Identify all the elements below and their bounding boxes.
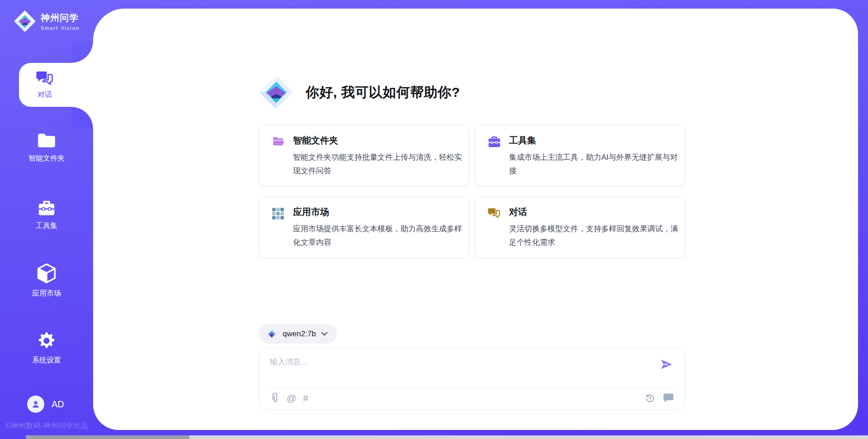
- avatar: [27, 396, 44, 413]
- sidebar-item-chat[interactable]: 对话: [19, 63, 94, 107]
- card-chat[interactable]: 对话 灵活切换多模型文件，支持多样回复效果调试，满足个性化需求: [475, 196, 685, 258]
- model-name: qwen2:7b: [283, 329, 316, 339]
- message-composer: @ #: [259, 348, 685, 410]
- briefcase-icon: [488, 134, 501, 178]
- briefcase-icon: [38, 200, 56, 216]
- card-title: 对话: [509, 206, 683, 218]
- greeting-title: 你好, 我可以如何帮助你?: [306, 83, 460, 102]
- sidebar-item-label: 智能文件夹: [28, 154, 65, 163]
- user-initials: AD: [52, 399, 64, 410]
- folder-icon: [37, 132, 57, 149]
- topic-icon[interactable]: #: [303, 393, 308, 404]
- card-title: 智能文件夹: [293, 134, 467, 147]
- card-description: 智能文件夹功能支持批量文件上传与清洗，轻松实现文件问答: [293, 151, 467, 178]
- card-title: 应用市场: [293, 206, 467, 218]
- sidebar: 神州问学 Smart Vision 对话 智能文件夹: [0, 0, 93, 439]
- grid-icon: [272, 206, 285, 249]
- horizontal-scrollbar[interactable]: [26, 435, 868, 439]
- card-title: 工具集: [509, 134, 683, 147]
- sidebar-item-smart-folder[interactable]: 智能文件夹: [0, 132, 93, 163]
- send-icon[interactable]: [660, 358, 673, 371]
- app-logo: 神州问学 Smart Vision: [14, 10, 80, 33]
- mention-icon[interactable]: @: [287, 393, 296, 404]
- brand-subtitle: Smart Vision: [41, 25, 80, 31]
- footer-credit: ©神州数码·神州问学出品: [5, 421, 88, 431]
- sidebar-item-label: 应用市场: [32, 289, 61, 298]
- history-icon[interactable]: [645, 392, 656, 403]
- card-app-market[interactable]: 应用市场 应用市场提供丰富长文本模板，助力高效生成多样化文章内容: [259, 196, 469, 258]
- card-toolset[interactable]: 工具集 集成市场上主流工具，助力AI与外界无缝扩展与对接: [475, 125, 685, 186]
- card-smart-folder[interactable]: 智能文件夹 智能文件夹功能支持批量文件上传与清洗，轻松实现文件问答: [259, 125, 469, 186]
- feature-cards: 智能文件夹 智能文件夹功能支持批量文件上传与清洗，轻松实现文件问答 工具集 集成…: [259, 125, 685, 258]
- tab-fillet-top: [71, 41, 93, 63]
- scrollbar-thumb[interactable]: [26, 435, 189, 439]
- chat-bubbles-icon: [488, 206, 501, 249]
- tab-fillet-bottom: [71, 107, 93, 129]
- gear-icon: [37, 331, 57, 351]
- diamond-logo-icon: [266, 328, 278, 340]
- chat-filled-icon[interactable]: [663, 393, 674, 403]
- diamond-logo-icon: [259, 75, 294, 110]
- user-account[interactable]: AD: [27, 396, 64, 413]
- cube-icon: [37, 263, 56, 284]
- chevron-down-icon: [321, 332, 328, 336]
- card-description: 灵活切换多模型文件，支持多样回复效果调试，满足个性化需求: [509, 222, 683, 249]
- sidebar-item-toolset[interactable]: 工具集: [0, 200, 93, 231]
- folder-open-icon: [272, 134, 285, 178]
- sidebar-item-app-market[interactable]: 应用市场: [0, 263, 93, 298]
- sidebar-item-label: 对话: [38, 90, 52, 100]
- paperclip-icon[interactable]: [270, 392, 280, 404]
- diamond-logo-icon: [14, 10, 36, 33]
- chat-bubbles-icon: [36, 70, 54, 86]
- sidebar-item-label: 工具集: [36, 221, 57, 231]
- sidebar-item-settings[interactable]: 系统设置: [0, 331, 93, 365]
- model-selector[interactable]: qwen2:7b: [259, 324, 337, 344]
- brand-name: 神州问学: [41, 12, 80, 24]
- composer-divider: [267, 387, 677, 388]
- sidebar-item-label: 系统设置: [32, 356, 61, 365]
- greeting-block: 你好, 我可以如何帮助你?: [259, 75, 460, 110]
- message-input[interactable]: [270, 357, 659, 382]
- main-content-panel: 你好, 我可以如何帮助你? 智能文件夹 智能文件夹功能支持批量文件上传与清洗，轻…: [93, 9, 858, 430]
- card-description: 应用市场提供丰富长文本模板，助力高效生成多样化文章内容: [293, 222, 467, 249]
- card-description: 集成市场上主流工具，助力AI与外界无缝扩展与对接: [509, 151, 683, 178]
